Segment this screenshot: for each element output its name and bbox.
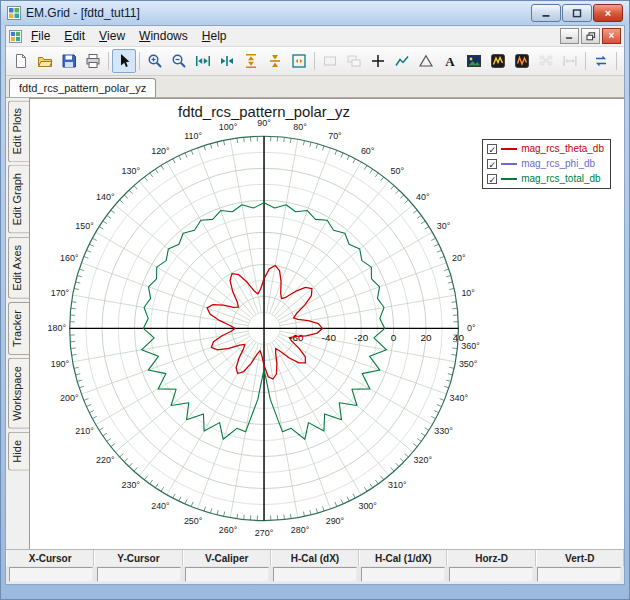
svg-text:150°: 150° — [75, 221, 94, 231]
toolbar-separator — [585, 52, 586, 70]
svg-text:280°: 280° — [291, 525, 310, 535]
colormap-dark-1-button[interactable] — [486, 49, 510, 73]
status-value-cell — [537, 567, 621, 582]
svg-text:350°: 350° — [459, 359, 478, 369]
minimize-button[interactable] — [531, 4, 561, 22]
sidebar-tab-workspace[interactable]: Workspace — [8, 358, 29, 429]
tab-strip: fdtd_rcs_pattern_polar_yz — [6, 76, 624, 98]
plot-area: -60-40-20020400°10°20°30°40°50°60°70°80°… — [29, 98, 624, 549]
sidebar-tab-tracker[interactable]: Tracker — [8, 302, 29, 355]
svg-text:310°: 310° — [388, 480, 407, 490]
child-restore-button[interactable] — [581, 28, 600, 44]
legend-row: ✓mag_rcs_theta_db — [487, 142, 604, 155]
expand-vertical-icon — [243, 53, 259, 69]
status-headers: X-CursorY-CursorV-CaliperH-Cal (dX)H-Cal… — [6, 550, 624, 566]
svg-text:30°: 30° — [437, 221, 451, 231]
toolbar: ALayou — [6, 47, 624, 76]
svg-text:70°: 70° — [328, 131, 342, 141]
svg-text:160°: 160° — [60, 253, 79, 263]
expand-vertical-button[interactable] — [239, 49, 263, 73]
zoom-out-button[interactable] — [167, 49, 191, 73]
layout-button[interactable]: Layou — [620, 49, 625, 73]
sidebar-tab-hide[interactable]: Hide — [8, 432, 29, 471]
menu-file[interactable]: File — [24, 26, 57, 46]
column-width-tool-button[interactable] — [558, 49, 582, 73]
menu-bar: FileEditViewWindowsHelp × — [6, 26, 624, 47]
svg-text:360°: 360° — [461, 341, 480, 351]
colormap-dark-2-button[interactable] — [510, 49, 534, 73]
close-button[interactable]: × — [593, 4, 623, 22]
child-minimize-button[interactable] — [560, 28, 579, 44]
compress-vertical-button[interactable] — [263, 49, 287, 73]
legend-line-sample — [501, 163, 517, 165]
svg-text:250°: 250° — [184, 516, 203, 526]
maximize-button[interactable] — [562, 4, 592, 22]
legend-checkbox-mag_rcs_total_db[interactable]: ✓ — [487, 174, 497, 184]
text-tool-button[interactable]: A — [438, 49, 462, 73]
legend-checkbox-mag_rcs_phi_db[interactable]: ✓ — [487, 159, 497, 169]
svg-text:130°: 130° — [122, 166, 141, 176]
swap-axes-tool-button[interactable] — [589, 49, 613, 73]
select-arrow-button[interactable] — [112, 49, 136, 73]
svg-text:220°: 220° — [96, 455, 115, 465]
svg-text:170°: 170° — [51, 288, 70, 298]
rect-tool-button[interactable] — [318, 49, 342, 73]
svg-text:100°: 100° — [219, 122, 238, 132]
svg-text:240°: 240° — [151, 501, 170, 511]
svg-text:0: 0 — [391, 332, 397, 343]
fit-page-button[interactable] — [287, 49, 311, 73]
svg-text:90°: 90° — [257, 118, 271, 128]
legend-row: ✓mag_rcs_phi_db — [487, 157, 604, 170]
child-window-buttons: × — [560, 28, 621, 44]
svg-text:0°: 0° — [467, 323, 476, 333]
colormap-dark-1-icon — [490, 53, 506, 69]
menu-help[interactable]: Help — [195, 26, 234, 46]
legend-checkbox-mag_rcs_theta_db[interactable]: ✓ — [487, 144, 497, 154]
compress-horizontal-button[interactable] — [215, 49, 239, 73]
series-mag_rcs_theta_db — [207, 265, 322, 379]
grid-tool-button[interactable] — [534, 49, 558, 73]
polyline-tool-button[interactable] — [390, 49, 414, 73]
new-document-button[interactable] — [9, 49, 33, 73]
svg-text:140°: 140° — [96, 192, 115, 202]
sidebar-tab-edit-graph[interactable]: Edit Graph — [8, 165, 29, 234]
legend-line-sample — [501, 148, 517, 150]
svg-text:20°: 20° — [452, 253, 466, 263]
menu-view[interactable]: View — [92, 26, 132, 46]
save-button[interactable] — [57, 49, 81, 73]
window-title: EM.Grid - [fdtd_tut11] — [26, 6, 140, 20]
zoom-in-button[interactable] — [143, 49, 167, 73]
expand-horizontal-button[interactable] — [191, 49, 215, 73]
plus-tool-button[interactable] — [366, 49, 390, 73]
new-document-icon — [13, 53, 29, 69]
svg-text:50°: 50° — [391, 166, 405, 176]
expand-horizontal-icon — [195, 53, 211, 69]
sidebar-tab-edit-axes[interactable]: Edit Axes — [8, 237, 29, 299]
status-header-v-caliper: V-Caliper — [183, 550, 271, 566]
svg-text:60°: 60° — [361, 146, 375, 156]
zoom-out-icon — [171, 53, 187, 69]
menu-windows[interactable]: Windows — [132, 26, 195, 46]
open-folder-button[interactable] — [33, 49, 57, 73]
swap-axes-tool-icon — [593, 53, 609, 69]
sidebar-tab-edit-plots[interactable]: Edit Plots — [8, 100, 29, 162]
menu-items: FileEditViewWindowsHelp — [24, 26, 233, 46]
triangle-tool-icon — [418, 53, 434, 69]
print-button[interactable] — [81, 49, 105, 73]
rect-tool-2-button[interactable] — [342, 49, 366, 73]
svg-text:290°: 290° — [326, 516, 345, 526]
image-tool-button[interactable] — [462, 49, 486, 73]
svg-text:270°: 270° — [255, 528, 274, 538]
svg-text:300°: 300° — [358, 501, 377, 511]
svg-text:210°: 210° — [75, 426, 94, 436]
status-header-horz-d: Horz-D — [447, 550, 535, 566]
menu-edit[interactable]: Edit — [57, 26, 92, 46]
svg-text:260°: 260° — [219, 525, 238, 535]
tab-fdtd-rcs-pattern-polar-yz[interactable]: fdtd_rcs_pattern_polar_yz — [9, 78, 156, 97]
svg-text:110°: 110° — [184, 131, 202, 141]
text-tool-icon: A — [442, 53, 458, 69]
child-close-button[interactable]: × — [602, 28, 621, 44]
titlebar[interactable]: EM.Grid - [fdtd_tut11] × — [1, 1, 629, 25]
app-window: EM.Grid - [fdtd_tut11] × FileEditViewWin… — [0, 0, 630, 600]
triangle-tool-button[interactable] — [414, 49, 438, 73]
